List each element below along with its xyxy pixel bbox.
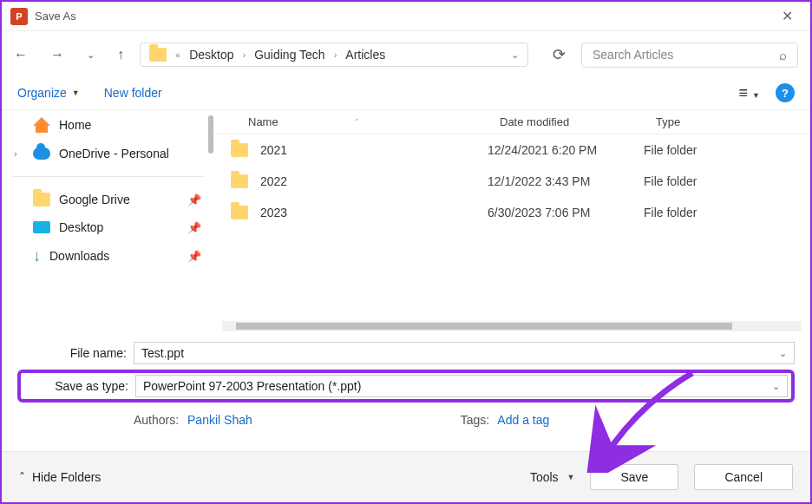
address-bar[interactable]: « Desktop › Guiding Tech › Articles ⌄	[140, 43, 528, 67]
pin-icon: 📌	[187, 250, 201, 263]
expand-caret-icon[interactable]: ›	[14, 148, 17, 159]
folder-icon	[231, 206, 248, 219]
sidebar-item-label: Google Drive	[59, 193, 130, 206]
organize-label: Organize	[17, 86, 67, 100]
sort-indicator-icon: ˄	[355, 118, 359, 127]
savetype-value: PowerPoint 97-2003 Presentation (*.ppt)	[143, 379, 361, 393]
chevron-right-icon: ›	[334, 49, 337, 60]
tags-field[interactable]: Tags: Add a tag	[461, 413, 550, 427]
file-row[interactable]: 2022 12/1/2022 3:43 PM File folder	[213, 166, 810, 197]
main-area: Home › OneDrive - Personal Google Drive …	[2, 109, 810, 331]
home-icon	[33, 117, 50, 133]
new-folder-label: New folder	[104, 86, 162, 100]
column-headers: Name ˄ Date modified Type	[213, 110, 810, 134]
file-name: 2022	[260, 174, 287, 188]
search-input[interactable]: Search Articles ⌕	[581, 43, 798, 68]
chevron-down-icon: ▼	[72, 88, 80, 97]
file-type: File folder	[644, 143, 793, 157]
separator	[12, 176, 203, 177]
desktop-icon	[33, 221, 50, 233]
hide-folders-button[interactable]: ˄ Hide Folders	[19, 470, 101, 484]
breadcrumb-item[interactable]: Guiding Tech	[254, 48, 324, 62]
filename-input[interactable]: Test.ppt ⌄	[134, 342, 795, 364]
folder-icon	[149, 48, 167, 62]
authors-label: Authors:	[134, 413, 179, 427]
toolbar: Organize ▼ New folder ≡ ▼ ?	[2, 78, 810, 109]
pin-icon: 📌	[187, 221, 201, 234]
download-icon: ↓	[33, 248, 41, 264]
file-date: 12/24/2021 6:20 PM	[488, 143, 644, 157]
savetype-label: Save as type:	[24, 379, 135, 393]
save-fields: File name: Test.ppt ⌄ Save as type: Powe…	[2, 331, 810, 408]
dropdown-icon[interactable]: ⌄	[779, 348, 787, 359]
file-type: File folder	[644, 174, 793, 188]
chevron-icon: «	[175, 49, 180, 60]
tools-label: Tools	[530, 470, 559, 484]
up-button[interactable]: ↑	[117, 47, 124, 62]
filename-row: File name: Test.ppt ⌄	[17, 342, 795, 364]
help-button[interactable]: ?	[776, 83, 795, 102]
savetype-highlight: Save as type: PowerPoint 97-2003 Present…	[17, 370, 795, 403]
powerpoint-icon: P	[10, 8, 28, 25]
window-title: Save As	[35, 10, 76, 23]
file-date: 6/30/2023 7:06 PM	[488, 206, 644, 219]
column-date-header[interactable]: Date modified	[500, 115, 656, 128]
back-button[interactable]: ←	[14, 47, 28, 62]
breadcrumb-item[interactable]: Desktop	[189, 48, 233, 62]
tags-label: Tags:	[461, 413, 489, 427]
file-date: 12/1/2022 3:43 PM	[488, 174, 644, 188]
file-row[interactable]: 2023 6/30/2023 7:06 PM File folder	[213, 197, 810, 228]
breadcrumb-item[interactable]: Articles	[345, 48, 385, 62]
authors-field[interactable]: Authors: Pankil Shah	[134, 413, 252, 427]
column-name-header[interactable]: Name ˄	[231, 115, 500, 128]
search-icon: ⌕	[779, 48, 787, 62]
recent-dropdown[interactable]: ⌄	[87, 49, 95, 61]
sidebar-item-label: OneDrive - Personal	[59, 147, 169, 160]
chevron-down-icon: ▼	[567, 473, 575, 481]
sidebar: Home › OneDrive - Personal Google Drive …	[2, 110, 213, 331]
view-options-button[interactable]: ≡ ▼	[739, 84, 760, 102]
pin-icon: 📌	[187, 193, 201, 206]
sidebar-item-downloads[interactable]: ↓ Downloads 📌	[2, 241, 213, 271]
chevron-right-icon: ›	[242, 49, 246, 60]
sidebar-item-google-drive[interactable]: Google Drive 📌	[2, 186, 213, 213]
scrollbar-thumb[interactable]	[236, 323, 732, 330]
nav-arrows: ← → ⌄ ↑	[14, 47, 124, 62]
sidebar-item-label: Home	[59, 118, 91, 132]
tools-dropdown[interactable]: Tools ▼	[530, 470, 575, 484]
cloud-icon	[33, 147, 50, 160]
sidebar-item-label: Desktop	[59, 220, 103, 234]
chevron-up-icon: ˄	[19, 470, 25, 484]
refresh-button[interactable]: ⟳	[544, 40, 574, 69]
sidebar-item-home[interactable]: Home	[2, 110, 213, 140]
metadata-row: Authors: Pankil Shah Tags: Add a tag	[2, 408, 810, 429]
footer: ˄ Hide Folders Tools ▼ Save Cancel	[2, 451, 810, 502]
file-row[interactable]: 2021 12/24/2021 6:20 PM File folder	[213, 134, 810, 166]
new-folder-button[interactable]: New folder	[104, 86, 162, 100]
sidebar-item-desktop[interactable]: Desktop 📌	[2, 213, 213, 241]
forward-button[interactable]: →	[50, 47, 64, 62]
file-name: 2021	[260, 143, 287, 157]
tags-value: Add a tag	[497, 413, 549, 427]
title-bar: P Save As ✕	[2, 2, 810, 31]
address-dropdown-icon[interactable]: ⌄	[511, 49, 519, 61]
filename-value: Test.ppt	[141, 346, 184, 360]
save-button[interactable]: Save	[590, 464, 678, 490]
folder-icon	[231, 174, 248, 188]
sidebar-item-onedrive[interactable]: OneDrive - Personal	[2, 140, 213, 167]
column-label: Name	[248, 115, 278, 128]
file-type: File folder	[644, 206, 793, 219]
horizontal-scrollbar[interactable]	[222, 321, 802, 331]
folder-icon	[231, 143, 248, 157]
folder-icon	[33, 193, 50, 206]
savetype-select[interactable]: PowerPoint 97-2003 Presentation (*.ppt) …	[135, 375, 788, 397]
cancel-button[interactable]: Cancel	[694, 464, 793, 490]
dropdown-icon[interactable]: ⌄	[772, 381, 780, 392]
column-type-header[interactable]: Type	[656, 115, 793, 128]
filename-label: File name:	[17, 346, 134, 360]
hide-folders-label: Hide Folders	[32, 470, 101, 484]
nav-row: ← → ⌄ ↑ « Desktop › Guiding Tech › Artic…	[2, 31, 810, 78]
close-button[interactable]: ✕	[773, 4, 802, 28]
organize-button[interactable]: Organize ▼	[17, 86, 80, 100]
file-name: 2023	[260, 206, 287, 219]
